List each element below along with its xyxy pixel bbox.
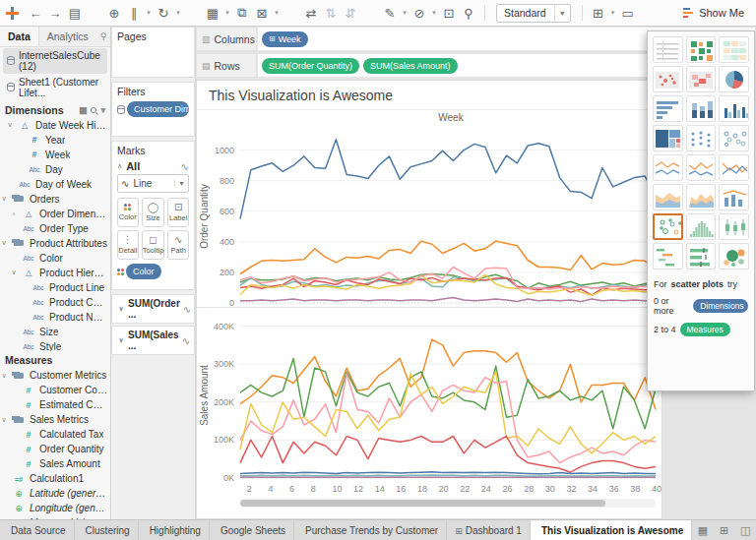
dimension-field-row[interactable]: Product Name bbox=[0, 310, 110, 325]
measure-field-row[interactable]: Customer Count bbox=[0, 383, 110, 397]
pie[interactable] bbox=[719, 66, 749, 92]
path-button[interactable]: ∿ Path bbox=[167, 230, 189, 260]
histogram[interactable] bbox=[686, 213, 717, 240]
measure-field-row[interactable]: Sales Amount bbox=[0, 456, 110, 471]
fit-dropdown[interactable]: Standard ▼ bbox=[496, 4, 571, 23]
gantt[interactable] bbox=[653, 243, 683, 270]
caret[interactable]: ▾ bbox=[430, 3, 438, 23]
sheet-tab[interactable]: Data Source bbox=[0, 520, 75, 540]
mark-section-row[interactable]: ∨ SUM(Sales ... ∿ bbox=[111, 326, 195, 355]
dimension-field-row[interactable]: Product Category bbox=[0, 295, 110, 310]
tree-caret-icon[interactable]: ∨ bbox=[6, 121, 14, 129]
side-by-side-circles[interactable] bbox=[719, 125, 749, 151]
highlight-table[interactable] bbox=[719, 36, 749, 63]
measure-field-row[interactable]: Order Quantity bbox=[0, 442, 110, 456]
color-button[interactable]: Color bbox=[117, 198, 139, 227]
dual-combination[interactable] bbox=[719, 184, 749, 210]
swap-rows-columns-button[interactable]: ⇄ bbox=[302, 3, 320, 23]
undo-button[interactable]: ← bbox=[27, 3, 44, 23]
dimension-field-row[interactable]: Year bbox=[0, 133, 110, 148]
pause-updates-button[interactable]: ∥ bbox=[125, 3, 143, 23]
text-table[interactable] bbox=[653, 36, 683, 63]
label-button[interactable]: ⊡ Label bbox=[167, 198, 189, 227]
sheet-tab[interactable]: Dashboard 1 bbox=[447, 520, 531, 540]
packed-bubbles[interactable] bbox=[719, 243, 749, 270]
pages-shelf[interactable]: Pages bbox=[111, 27, 195, 78]
save-button[interactable]: ▤ bbox=[66, 3, 84, 23]
tree-caret-icon[interactable]: ∨ bbox=[0, 416, 8, 424]
sheet-tab[interactable]: This Visualization is Awesome bbox=[531, 520, 692, 540]
data-source-item[interactable]: InternetSalesCube (12) bbox=[3, 48, 107, 74]
show-hide-cards-button[interactable]: ⊞ bbox=[590, 3, 607, 23]
measure-field-row[interactable]: Calculation1 bbox=[0, 471, 110, 486]
chevron-down-icon[interactable]: ∨ bbox=[117, 336, 125, 344]
circle-view[interactable] bbox=[686, 125, 717, 151]
sales-amount-chart[interactable]: 0K100K200K300K400KSales Amount bbox=[197, 308, 662, 483]
divider[interactable] bbox=[283, 3, 300, 23]
dimension-field-row[interactable]: ∨ Orders bbox=[0, 192, 110, 207]
caret[interactable]: ▾ bbox=[273, 3, 281, 23]
caret[interactable]: ▾ bbox=[174, 3, 182, 23]
caret[interactable]: ▾ bbox=[401, 3, 409, 23]
dual-line[interactable] bbox=[719, 154, 749, 181]
mark-type-dropdown[interactable]: ∿ Line ▼ bbox=[117, 174, 189, 193]
sheet-tab[interactable]: Clustering bbox=[75, 520, 139, 540]
add-data-source-button[interactable]: ⊕ bbox=[105, 3, 123, 23]
horizontal-scrollbar[interactable] bbox=[240, 499, 656, 508]
dimension-field-row[interactable]: ∨ Product Attributes bbox=[0, 236, 110, 251]
order-quantity-chart[interactable]: 02004006008001000Order Quantity bbox=[197, 125, 662, 308]
dimension-field-row[interactable]: Style bbox=[0, 339, 110, 352]
stacked-bar[interactable] bbox=[686, 95, 717, 122]
filters-shelf[interactable]: Filters Customer Dimen.. bbox=[111, 82, 195, 137]
divider[interactable] bbox=[86, 3, 103, 23]
clear-sheet-button[interactable]: ⊠ bbox=[253, 3, 271, 23]
area-continuous[interactable] bbox=[653, 184, 683, 210]
tree-caret-icon[interactable]: ∨ bbox=[0, 372, 8, 380]
caret[interactable]: ▾ bbox=[609, 3, 617, 23]
treemap[interactable] bbox=[653, 125, 683, 151]
caret[interactable]: ▾ bbox=[145, 3, 153, 23]
scrollbar-thumb[interactable] bbox=[240, 500, 605, 507]
show-me-button[interactable]: Show Me bbox=[677, 3, 750, 24]
fix-axes-button[interactable]: ⚲ bbox=[460, 3, 477, 23]
presentation-mode-button[interactable]: ▭ bbox=[619, 3, 637, 23]
sheet-tab[interactable]: Purchase Trends by Customer bbox=[294, 520, 447, 540]
detail-button[interactable]: ⋮ Detail bbox=[117, 230, 139, 260]
chevron-down-icon[interactable]: ∨ bbox=[117, 305, 125, 313]
format-button[interactable]: ⊘ bbox=[410, 3, 428, 23]
chevron-down-icon[interactable]: ▾ bbox=[100, 105, 105, 115]
rows-pill[interactable]: SUM(Order Quantity) bbox=[262, 58, 359, 74]
tab-analytics[interactable]: Analytics bbox=[39, 27, 96, 46]
view-grid-icon[interactable]: ▦ bbox=[79, 105, 88, 115]
filter-pill[interactable]: Customer Dimen.. bbox=[127, 101, 189, 117]
columns-pill[interactable]: ⊞ Week bbox=[262, 31, 308, 47]
color-legend-pill[interactable]: Color bbox=[126, 264, 161, 279]
search-icon[interactable] bbox=[91, 107, 96, 113]
new-dashboard-tab-button[interactable]: ⊞ bbox=[714, 520, 735, 540]
symbol-map[interactable] bbox=[653, 66, 683, 92]
sheet-tab[interactable]: Highlighting bbox=[139, 520, 210, 540]
divider[interactable] bbox=[361, 3, 379, 23]
size-button[interactable]: ◯ Size bbox=[142, 198, 165, 227]
new-worksheet-tab-button[interactable]: ▦ bbox=[692, 520, 714, 540]
box-whisker[interactable] bbox=[719, 213, 749, 240]
tree-caret-icon[interactable]: › bbox=[10, 210, 18, 217]
measure-field-row[interactable]: Latitude (generated) bbox=[0, 486, 110, 501]
measure-field-row[interactable]: ∨ Sales Metrics bbox=[0, 412, 110, 427]
dimension-field-row[interactable]: Week bbox=[0, 148, 110, 162]
side-by-side-bar[interactable] bbox=[719, 95, 749, 122]
measure-field-row[interactable]: ∨ Customer Metrics bbox=[0, 368, 110, 383]
divider[interactable] bbox=[184, 3, 202, 23]
sheet-title[interactable]: This Visualization is Awesome bbox=[197, 81, 662, 110]
new-worksheet-button[interactable]: ▦ bbox=[204, 3, 221, 23]
marks-all-row[interactable]: ∧ All ∿ bbox=[117, 160, 189, 172]
dimension-field-row[interactable]: Day bbox=[0, 162, 110, 177]
tableau-logo-icon[interactable] bbox=[6, 7, 19, 20]
measure-field-row[interactable]: Longitude (generated) bbox=[0, 501, 110, 515]
bullet[interactable] bbox=[686, 243, 717, 270]
dimension-field-row[interactable]: ∨ Date Week Hierarchy bbox=[0, 118, 110, 133]
dimension-field-row[interactable]: Product Line bbox=[0, 280, 110, 295]
rows-pill[interactable]: SUM(Sales Amount) bbox=[363, 58, 458, 74]
area-discrete[interactable] bbox=[686, 184, 717, 210]
color-legend-row[interactable]: Color bbox=[117, 264, 189, 279]
